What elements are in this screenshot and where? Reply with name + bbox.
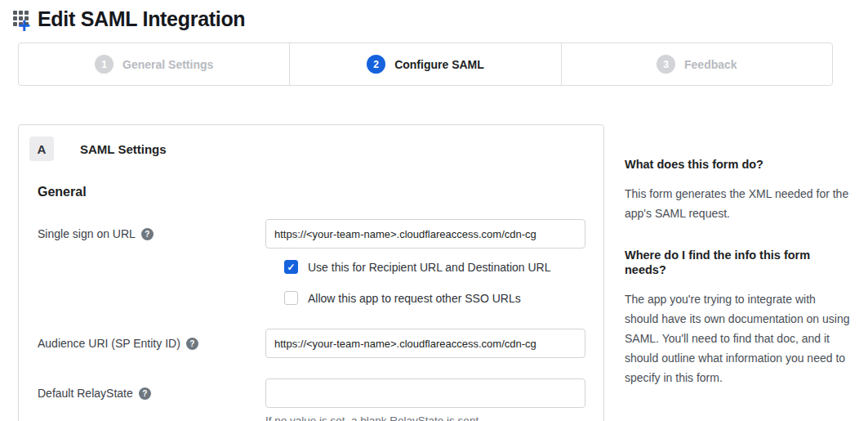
default-relaystate-input[interactable] bbox=[265, 378, 585, 408]
step-label: General Settings bbox=[122, 58, 213, 71]
help-icon[interactable]: ? bbox=[186, 338, 198, 350]
single-sign-on-url-input[interactable] bbox=[265, 219, 585, 249]
help-icon[interactable]: ? bbox=[141, 228, 154, 240]
general-group-heading: General bbox=[38, 185, 603, 199]
page-header: + Edit SAML Integration bbox=[0, 0, 868, 31]
step-number-badge: 3 bbox=[657, 55, 675, 74]
wizard-steps: 1 General Settings 2 Configure SAML 3 Fe… bbox=[18, 43, 833, 86]
audience-uri-input[interactable] bbox=[265, 329, 585, 358]
single-sign-on-url-row: Single sign on URL ? bbox=[19, 219, 603, 249]
saml-settings-panel: A SAML Settings General Single sign on U… bbox=[18, 124, 604, 421]
panel-header: A SAML Settings bbox=[19, 125, 603, 161]
wizard-step-feedback[interactable]: 3 Feedback bbox=[562, 43, 832, 85]
sidebar-answer-2: The app you're trying to integrate with … bbox=[625, 289, 852, 387]
step-number-badge: 2 bbox=[367, 55, 385, 74]
other-sso-urls-checkbox-row: Allow this app to request other SSO URLs bbox=[284, 291, 603, 305]
audience-uri-label: Audience URI (SP Entity ID) ? bbox=[38, 329, 265, 358]
section-letter-badge: A bbox=[29, 137, 54, 161]
audience-uri-row: Audience URI (SP Entity ID) ? bbox=[19, 329, 603, 358]
default-relaystate-label: Default RelayState ? bbox=[38, 378, 265, 421]
checkbox-label: Use this for Recipient URL and Destinati… bbox=[308, 261, 551, 274]
help-icon[interactable]: ? bbox=[139, 387, 151, 400]
field-label-text: Single sign on URL bbox=[38, 227, 136, 240]
help-sidebar: What does this form do? This form genera… bbox=[625, 124, 852, 387]
wizard-step-general-settings[interactable]: 1 General Settings bbox=[19, 43, 290, 85]
plus-icon: + bbox=[18, 15, 30, 36]
step-label: Feedback bbox=[684, 58, 737, 71]
sidebar-question-1: What does this form do? bbox=[625, 157, 852, 172]
sidebar-question-2: Where do I find the info this form needs… bbox=[625, 248, 852, 277]
wizard-step-configure-saml[interactable]: 2 Configure SAML bbox=[290, 43, 561, 85]
page-title: Edit SAML Integration bbox=[38, 7, 245, 31]
checkbox-label: Allow this app to request other SSO URLs bbox=[308, 292, 521, 305]
field-label-text: Audience URI (SP Entity ID) bbox=[38, 337, 180, 350]
relaystate-hint: If no value is set, a blank RelayState i… bbox=[265, 414, 585, 421]
apps-grid-plus-icon: + bbox=[12, 8, 35, 31]
default-relaystate-row: Default RelayState ? If no value is set,… bbox=[19, 378, 603, 421]
field-label-text: Default RelayState bbox=[38, 387, 133, 400]
recipient-url-checkbox[interactable] bbox=[284, 260, 298, 274]
step-label: Configure SAML bbox=[394, 58, 484, 71]
single-sign-on-url-label: Single sign on URL ? bbox=[38, 219, 265, 249]
recipient-url-checkbox-row: Use this for Recipient URL and Destinati… bbox=[284, 260, 603, 274]
section-title: SAML Settings bbox=[80, 142, 167, 156]
sidebar-answer-1: This form generates the XML needed for t… bbox=[625, 184, 852, 223]
step-number-badge: 1 bbox=[95, 55, 114, 74]
relaystate-field-group: If no value is set, a blank RelayState i… bbox=[265, 378, 585, 421]
content-area: A SAML Settings General Single sign on U… bbox=[18, 124, 868, 421]
other-sso-urls-checkbox[interactable] bbox=[284, 291, 298, 305]
